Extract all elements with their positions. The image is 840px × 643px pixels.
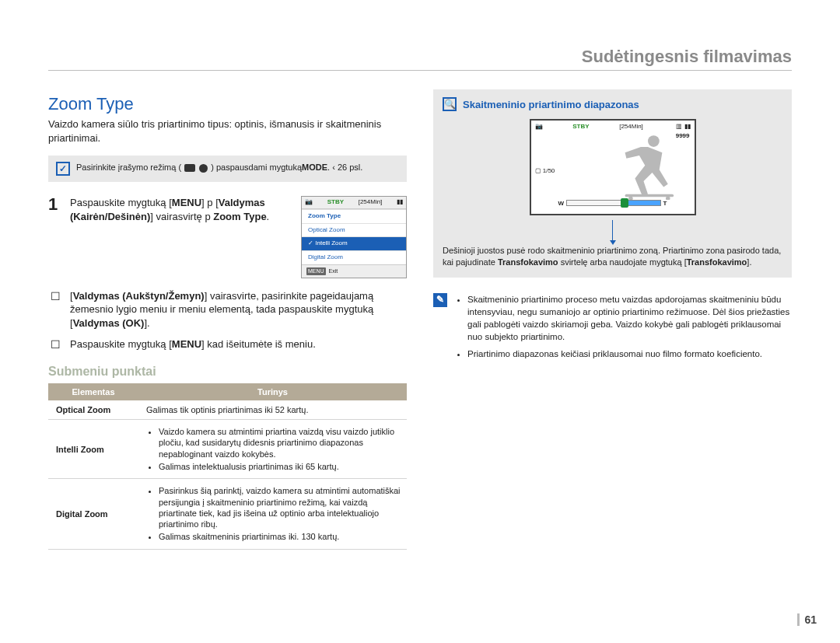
shutter-info: ▢ 1/50 [535,167,555,174]
page-number: 61 [797,613,817,626]
zoom-wide-label: W [558,200,565,207]
menu-illustration: 📷 STBY [254Min] ▮▮ Zoom Type Optical Zoo… [301,196,407,278]
mode-note-text: Pasirinkite įrašymo režimą ( ) paspausda… [76,162,362,173]
table-row: Optical Zoom Galimas tik optinis priarti… [48,400,407,420]
info-notes: ✎ Skaitmeninio priartinimo proceso metu … [433,293,792,365]
stby-label: STBY [572,123,589,130]
skater-silhouette [612,128,684,200]
camera-display: 📷 STBY [254Min] ▥▮▮ 9999 ▢ 1/50 [530,119,696,215]
zoom-bar: W T [558,198,667,208]
mode-button-label: MODE [302,162,327,172]
step-body: [Valdymas (Aukštyn/Žemyn)] vairasvirte, … [70,289,407,330]
info-icon: ✎ [433,293,447,307]
menu-item-optical: Optical Zoom [302,223,406,237]
rec-icon: 📷 [305,198,313,207]
digital-zoom-panel: 🔍 Skaitmeninio priartinimo diapazonas 📷 … [433,89,792,278]
col-elementas: Elementas [48,383,138,400]
section-title: Sudėtingesnis filmavimas [48,47,792,71]
magnify-icon: 🔍 [443,97,457,111]
zoom-handle [621,198,628,208]
note-item: Priartinimo diapazonas keičiasi priklaus… [467,348,792,360]
zoom-track [566,200,661,206]
menu-item-intelli: ✓ Intelli Zoom [302,236,406,250]
right-column: 🔍 Skaitmeninio priartinimo diapazonas 📷 … [433,89,792,550]
manual-page: Sudėtingesnis filmavimas Zoom Type Vaizd… [0,0,840,643]
panel-description: Dešinioji juostos pusė rodo skaitmeninio… [443,245,782,268]
step-number: 1 [48,196,62,281]
menu-item-zoom-type: Zoom Type [302,209,406,223]
rec-icon: 📷 [535,123,543,130]
menu-button-label: MENU [306,267,326,274]
menu-exit-row: MENU Exit [302,264,406,277]
submenu-heading: Submeniu punktai [48,365,407,379]
zoom-tele-label: T [663,200,667,207]
mode-note: ✓ Pasirinkite įrašymo režimą ( ) paspaus… [48,156,407,182]
time-remaining: [254Min] [359,198,383,207]
svg-point-0 [648,135,660,147]
intro-text: Vaizdo kamera siūlo tris priartinimo tip… [48,117,407,145]
step-2: ☐ [Valdymas (Aukštyn/Žemyn)] vairasvirte… [48,289,407,330]
step-3: ☐ Paspauskite mygtuką [MENU] kad išeitum… [48,337,407,352]
svg-rect-1 [625,194,674,197]
submenu-table: Elementas Turinys Optical Zoom Galimas t… [48,383,407,550]
step-body: Paspauskite mygtuką [MENU] kad išeitumėt… [70,337,407,352]
step-body: 📷 STBY [254Min] ▮▮ Zoom Type Optical Zoo… [70,196,407,281]
callout-line [612,220,613,242]
battery-icon: ▮▮ [397,198,403,207]
left-column: Zoom Type Vaizdo kamera siūlo tris priar… [48,89,407,550]
exit-label: Exit [329,268,338,274]
video-mode-icon [184,164,195,172]
stby-label: STBY [327,198,344,207]
check-icon: ✓ [56,162,70,176]
panel-heading: Skaitmeninio priartinimo diapazonas [463,99,639,110]
table-row: Digital Zoom Pasirinkus šią parinktį, va… [48,479,407,549]
step-1: 1 📷 STBY [254Min] ▮▮ Zoom Type Optical Z [48,196,407,281]
step-bullet: ☐ [48,337,62,352]
page-title: Zoom Type [48,94,407,114]
note-item: Skaitmeninio priartinimo proceso metu va… [467,293,792,343]
photo-mode-icon [199,164,208,173]
col-turinys: Turinys [138,383,407,400]
menu-item-digital: Digital Zoom [302,250,406,264]
table-row: Intelli Zoom Vaizdo kamera su atmintimi … [48,420,407,479]
step-bullet: ☐ [48,289,62,330]
steps-list: 1 📷 STBY [254Min] ▮▮ Zoom Type Optical Z [48,196,407,352]
